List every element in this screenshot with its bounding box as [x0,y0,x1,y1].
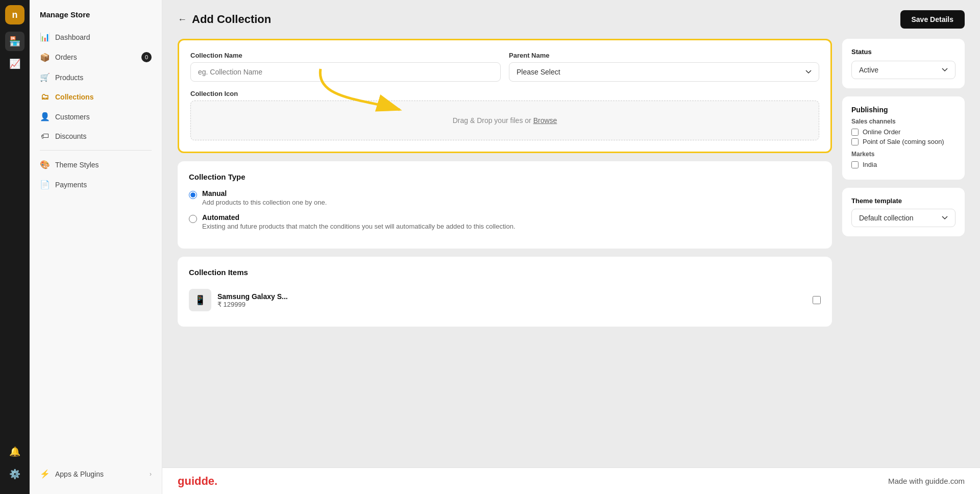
sidebar-item-label: Theme Styles [55,161,99,169]
main-column: Collection Name Parent Name Please Selec… [178,39,832,452]
online-order-checkbox[interactable] [851,129,859,136]
upload-area[interactable]: Drag & Drop your files or Browse [190,101,819,140]
manual-label: Manual [202,189,327,197]
item-thumbnail: 📱 [189,289,211,311]
nav-sidebar: Manage Store 📊 Dashboard 📦 Orders 0 🛒 Pr… [30,0,162,494]
sidebar-item-orders[interactable]: 📦 Orders 0 [30,47,162,67]
sidebar-item-label: Customers [55,113,90,121]
sidebar-title: Manage Store [30,10,162,27]
dashboard-icon: 📊 [40,32,50,42]
sidebar-item-discounts[interactable]: 🏷 Discounts [30,127,162,146]
sidebar-item-dashboard[interactable]: 📊 Dashboard [30,27,162,47]
sidebar-item-label: Discounts [55,132,86,140]
collection-name-input[interactable] [190,62,501,82]
pos-label: Point of Sale (coming soon) [863,138,944,145]
products-icon: 🛒 [40,72,50,82]
discounts-icon: 🏷 [40,132,50,141]
pos-checkbox[interactable] [851,138,859,145]
manual-option-text: Manual Add products to this collection o… [202,189,327,206]
collection-items-title: Collection Items [189,268,821,277]
sidebar-item-label: Payments [55,181,87,189]
sidebar-item-payments[interactable]: 📄 Payments [30,175,162,194]
save-details-button[interactable]: Save Details [900,10,965,29]
sidebar-item-label: Orders [55,53,77,61]
content-area: Collection Name Parent Name Please Selec… [162,39,980,467]
payments-icon: 📄 [40,180,50,189]
side-column: Status Active Inactive Draft Publishing … [842,39,965,452]
sidebar-item-label: Products [55,73,83,82]
sidebar-item-label: Dashboard [55,33,90,41]
name-row: Collection Name Parent Name Please Selec… [190,52,819,82]
markets-label: Markets [851,151,955,158]
theme-template-card: Theme template Default collection Custom [842,188,965,236]
header-left: ← Add Collection [178,13,271,26]
automated-radio[interactable] [189,215,197,223]
sidebar-item-products[interactable]: 🛒 Products [30,67,162,87]
gear-icon-btn[interactable]: ⚙️ [5,464,24,484]
nav-divider [40,150,152,151]
parent-name-label: Parent Name [509,52,819,59]
status-card: Status Active Inactive Draft [842,39,965,88]
sidebar-item-theme-styles[interactable]: 🎨 Theme Styles [30,155,162,175]
radio-automated: Automated Existing and future products t… [189,213,821,230]
pos-row: Point of Sale (coming soon) [851,138,955,145]
collection-type-card: Collection Type Manual Add products to t… [178,161,832,249]
item-checkbox[interactable] [813,296,821,304]
app-logo[interactable]: n [5,5,24,24]
main-content: ← Add Collection Save Details Collection… [162,0,980,494]
browse-link[interactable]: Browse [533,116,557,125]
sidebar-item-label: Apps & Plugins [55,470,104,478]
automated-label: Automated [202,213,516,221]
chart-icon-btn[interactable]: 📈 [5,54,24,73]
status-select[interactable]: Active Inactive Draft [851,61,955,79]
parent-name-group: Parent Name Please Select [509,52,819,82]
page-title: Add Collection [192,13,271,26]
sales-channels-label: Sales channels [851,118,955,125]
made-with-text: Made with guidde.com [888,477,965,485]
publishing-label: Publishing [851,106,955,114]
manual-desc: Add products to this collection one by o… [202,199,327,206]
india-label: India [863,161,877,168]
india-row: India [851,161,955,168]
automated-desc: Existing and future products that match … [202,223,516,230]
collection-items-card: Collection Items 📱 Samsung Galaxy S... ₹… [178,257,832,327]
theme-styles-icon: 🎨 [40,160,50,169]
sidebar-item-apps[interactable]: ⚡ Apps & Plugins › [30,464,162,484]
online-order-row: Online Order [851,128,955,136]
collection-icon-label: Collection Icon [190,90,819,97]
bell-icon-btn[interactable]: 🔔 [5,442,24,461]
table-row: 📱 Samsung Galaxy S... ₹ 129999 [189,285,821,315]
apps-icon: ⚡ [40,469,50,479]
guidde-logo: guidde. [178,475,217,488]
item-price: ₹ 129999 [217,301,806,308]
online-order-label: Online Order [863,128,900,136]
arrow-icon: › [150,471,152,478]
orders-icon: 📦 [40,53,50,62]
sidebar-item-label: Collections [55,93,93,101]
store-icon-btn[interactable]: 🏪 [5,32,24,51]
upload-text: Drag & Drop your files or [453,116,531,125]
manual-radio[interactable] [189,191,197,199]
sidebar-item-customers[interactable]: 👤 Customers [30,107,162,127]
collections-icon: 🗂 [40,92,50,102]
customers-icon: 👤 [40,112,50,121]
sidebar-item-collections[interactable]: 🗂 Collections [30,87,162,107]
item-info: Samsung Galaxy S... ₹ 129999 [217,292,806,308]
back-button[interactable]: ← [178,14,187,25]
orders-badge: 0 [141,52,152,62]
collection-name-label: Collection Name [190,52,501,59]
collection-type-title: Collection Type [189,172,821,181]
theme-template-select[interactable]: Default collection Custom [851,209,955,227]
publishing-card: Publishing Sales channels Online Order P… [842,96,965,180]
collection-icon-group: Collection Icon Drag & Drop your files o… [190,90,819,140]
collection-form-card: Collection Name Parent Name Please Selec… [178,39,832,153]
radio-manual: Manual Add products to this collection o… [189,189,821,206]
icon-sidebar: n 🏪 📈 🔔 ⚙️ [0,0,30,494]
automated-option-text: Automated Existing and future products t… [202,213,516,230]
parent-name-select[interactable]: Please Select [509,62,819,82]
page-header: ← Add Collection Save Details [162,0,980,39]
item-name: Samsung Galaxy S... [217,292,806,301]
india-checkbox[interactable] [851,161,859,168]
collection-name-group: Collection Name [190,52,501,82]
theme-template-label: Theme template [851,197,955,205]
